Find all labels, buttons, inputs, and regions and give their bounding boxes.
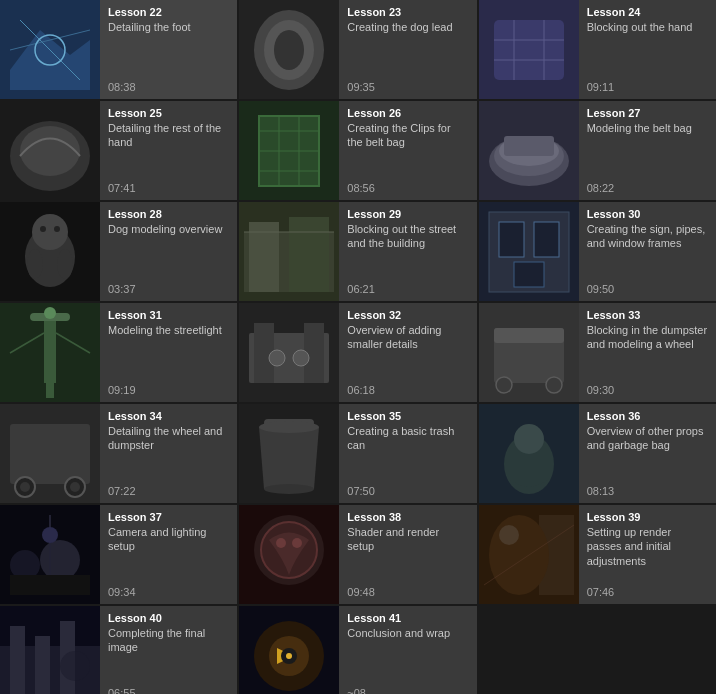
lesson-info-36: Lesson 36Overview of other props and gar… <box>579 404 716 503</box>
lesson-duration-35: 07:50 <box>347 485 468 497</box>
lesson-item-31[interactable]: Lesson 31Modeling the streetlight09:19 <box>0 303 237 402</box>
lesson-thumbnail-36 <box>479 404 579 503</box>
lesson-info-23: Lesson 23Creating the dog lead09:35 <box>339 0 476 99</box>
lesson-info-25: Lesson 25Detailing the rest of the hand0… <box>100 101 237 200</box>
svg-point-104 <box>286 653 292 659</box>
lesson-item-35[interactable]: Lesson 35Creating a basic trash can07:50 <box>239 404 476 503</box>
lesson-number-39: Lesson 39 <box>587 511 708 523</box>
lesson-info-31: Lesson 31Modeling the streetlight09:19 <box>100 303 237 402</box>
lesson-title-25: Detailing the rest of the hand <box>108 121 229 178</box>
lesson-duration-34: 07:22 <box>108 485 229 497</box>
svg-point-69 <box>20 482 30 492</box>
lesson-item-40[interactable]: Lesson 40Completing the final image06:55 <box>0 606 237 694</box>
svg-point-92 <box>499 525 519 545</box>
svg-rect-81 <box>10 575 90 595</box>
svg-point-58 <box>269 350 285 366</box>
svg-point-8 <box>274 30 304 70</box>
lesson-info-37: Lesson 37Camera and lighting setup09:34 <box>100 505 237 604</box>
lesson-title-24: Blocking out the hand <box>587 20 708 77</box>
lesson-info-41: Lesson 41Conclusion and wrap~08 <box>339 606 476 694</box>
lesson-duration-24: 09:11 <box>587 81 708 93</box>
lesson-duration-31: 09:19 <box>108 384 229 396</box>
svg-point-80 <box>40 540 80 580</box>
lesson-duration-27: 08:22 <box>587 182 708 194</box>
lesson-item-22[interactable]: Lesson 22Detailing the foot08:38 <box>0 0 237 99</box>
lesson-thumbnail-35 <box>239 404 339 503</box>
svg-point-83 <box>42 527 58 543</box>
lesson-info-24: Lesson 24Blocking out the hand09:11 <box>579 0 716 99</box>
lesson-thumbnail-23 <box>239 0 339 99</box>
lesson-thumbnail-39 <box>479 505 579 604</box>
lesson-info-33: Lesson 33Blocking in the dumpster and mo… <box>579 303 716 402</box>
lesson-item-29[interactable]: Lesson 29Blocking out the street and the… <box>239 202 476 301</box>
lesson-thumbnail-22 <box>0 0 100 99</box>
lesson-thumbnail-33 <box>479 303 579 402</box>
svg-point-91 <box>489 515 549 595</box>
svg-point-63 <box>496 377 512 393</box>
svg-rect-97 <box>35 636 50 694</box>
lesson-info-26: Lesson 26Creating the Clips for the belt… <box>339 101 476 200</box>
lesson-item-27[interactable]: Lesson 27Modeling the belt bag08:22 <box>479 101 716 200</box>
lesson-duration-28: 03:37 <box>108 283 229 295</box>
lesson-title-33: Blocking in the dumpster and modeling a … <box>587 323 708 380</box>
svg-point-77 <box>514 424 544 454</box>
lesson-item-32[interactable]: Lesson 32Overview of adding smaller deta… <box>239 303 476 402</box>
lesson-item-41[interactable]: Lesson 41Conclusion and wrap~08 <box>239 606 476 694</box>
lesson-item-24[interactable]: Lesson 24Blocking out the hand09:11 <box>479 0 716 99</box>
lesson-number-34: Lesson 34 <box>108 410 229 422</box>
lesson-item-33[interactable]: Lesson 33Blocking in the dumpster and mo… <box>479 303 716 402</box>
lesson-item-23[interactable]: Lesson 23Creating the dog lead09:35 <box>239 0 476 99</box>
lesson-number-26: Lesson 26 <box>347 107 468 119</box>
lesson-item-38[interactable]: Lesson 38Shader and render setup09:48 <box>239 505 476 604</box>
svg-point-87 <box>276 538 286 548</box>
lesson-item-37[interactable]: Lesson 37Camera and lighting setup09:34 <box>0 505 237 604</box>
lesson-number-30: Lesson 30 <box>587 208 708 220</box>
lesson-thumbnail-28 <box>0 202 100 301</box>
lesson-title-40: Completing the final image <box>108 626 229 683</box>
lesson-thumbnail-41 <box>239 606 339 694</box>
lesson-item-39[interactable]: Lesson 39Setting up render passes and in… <box>479 505 716 604</box>
lesson-number-27: Lesson 27 <box>587 107 708 119</box>
lesson-thumbnail-27 <box>479 101 579 200</box>
lesson-thumbnail-37 <box>0 505 100 604</box>
lesson-thumbnail-30 <box>479 202 579 301</box>
lesson-number-31: Lesson 31 <box>108 309 229 321</box>
svg-rect-96 <box>10 626 25 694</box>
lesson-info-30: Lesson 30Creating the sign, pipes, and w… <box>579 202 716 301</box>
lesson-duration-26: 08:56 <box>347 182 468 194</box>
lesson-info-27: Lesson 27Modeling the belt bag08:22 <box>579 101 716 200</box>
lesson-title-26: Creating the Clips for the belt bag <box>347 121 468 178</box>
lesson-item-25[interactable]: Lesson 25Detailing the rest of the hand0… <box>0 101 237 200</box>
lesson-number-41: Lesson 41 <box>347 612 468 624</box>
lesson-item-26[interactable]: Lesson 26Creating the Clips for the belt… <box>239 101 476 200</box>
lesson-title-29: Blocking out the street and the building <box>347 222 468 279</box>
svg-point-32 <box>32 214 68 250</box>
svg-point-36 <box>54 226 60 232</box>
svg-point-73 <box>259 421 319 433</box>
lesson-title-36: Overview of other props and garbage bag <box>587 424 708 481</box>
svg-point-34 <box>57 249 73 279</box>
lesson-item-36[interactable]: Lesson 36Overview of other props and gar… <box>479 404 716 503</box>
lesson-duration-38: 09:48 <box>347 586 468 598</box>
lesson-duration-41: ~08 <box>347 687 468 694</box>
svg-rect-44 <box>499 222 524 257</box>
svg-point-88 <box>292 538 302 548</box>
svg-rect-48 <box>46 383 54 398</box>
lesson-item-34[interactable]: Lesson 34Detailing the wheel and dumpste… <box>0 404 237 503</box>
lesson-number-29: Lesson 29 <box>347 208 468 220</box>
lesson-info-34: Lesson 34Detailing the wheel and dumpste… <box>100 404 237 503</box>
lesson-title-30: Creating the sign, pipes, and window fra… <box>587 222 708 279</box>
lesson-title-34: Detailing the wheel and dumpster <box>108 424 229 481</box>
svg-point-33 <box>27 249 43 279</box>
lesson-number-24: Lesson 24 <box>587 6 708 18</box>
lesson-duration-32: 06:18 <box>347 384 468 396</box>
lesson-item-30[interactable]: Lesson 30Creating the sign, pipes, and w… <box>479 202 716 301</box>
lesson-info-29: Lesson 29Blocking out the street and the… <box>339 202 476 301</box>
lesson-thumbnail-26 <box>239 101 339 200</box>
lesson-grid: Lesson 22Detailing the foot08:38Lesson 2… <box>0 0 716 694</box>
lesson-thumbnail-24 <box>479 0 579 99</box>
lesson-title-27: Modeling the belt bag <box>587 121 708 178</box>
lesson-item-28[interactable]: Lesson 28Dog modeling overview03:37 <box>0 202 237 301</box>
lesson-duration-23: 09:35 <box>347 81 468 93</box>
lesson-number-28: Lesson 28 <box>108 208 229 220</box>
